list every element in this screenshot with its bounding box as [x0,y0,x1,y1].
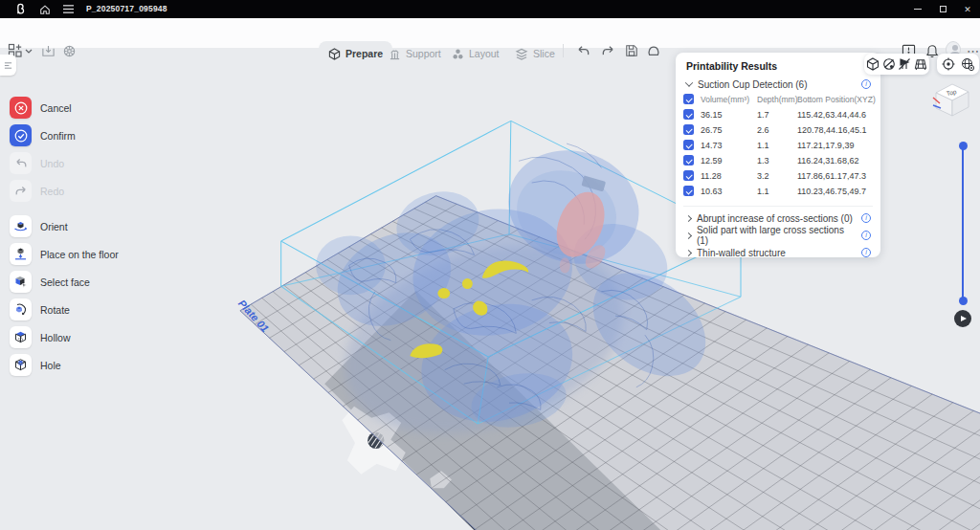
select-all-checkbox[interactable] [683,94,694,104]
cell-depth: 1.1 [757,187,769,196]
rotate-icon [10,298,32,320]
close-button[interactable]: ✕ [955,0,980,18]
orient-button[interactable]: Orient [10,215,68,237]
panel-divider [683,206,873,207]
minimize-button[interactable] [905,0,930,18]
hole-icon [10,354,32,376]
dome-icon[interactable] [646,43,661,58]
cell-depth: 2.6 [757,125,769,135]
undo-button[interactable] [575,43,590,58]
rotate-button[interactable]: Rotate [10,298,70,320]
cell-position: 117.21,17.9,39 [797,141,854,150]
cell-position: 116.24,31.68,62 [797,156,858,166]
hollow-icon [10,326,32,348]
info-icon[interactable]: i [861,231,871,240]
select-face-button[interactable]: Select face [10,271,90,293]
redo-button[interactable] [600,43,615,58]
cell-position: 110.23,46.75,49.7 [797,187,866,196]
titlebar: P_20250717_095948 ✕ [0,0,980,18]
row-checkbox[interactable] [683,140,694,150]
toolbar-divider [563,44,564,57]
clip-view-icon[interactable] [882,57,896,71]
section-thin-walled[interactable]: Thin-walled structure i [686,246,871,259]
col-header-volume: Volume(mm³) [701,95,749,104]
row-checkbox[interactable] [683,186,694,196]
tab-layout[interactable]: Layout [442,41,509,66]
section-suction-cup[interactable]: Suction Cup Detection (6) i [686,77,871,91]
play-button[interactable] [954,310,971,327]
row-checkbox[interactable] [683,124,694,135]
cancel-button[interactable]: Cancel [10,97,72,119]
cell-position: 115.42,63.44,44.6 [797,110,866,120]
cell-depth: 1.3 [757,156,769,166]
redo-rail-button[interactable]: Redo [10,180,64,202]
cell-volume: 11.28 [701,171,722,181]
printability-panel: Printability Results Suction Cup Detecti… [676,53,880,257]
app-logo [10,0,31,18]
chevron-down-icon[interactable] [24,43,33,58]
cell-volume: 14.73 [701,141,723,150]
row-checkbox[interactable] [683,155,694,166]
layout-icon [452,48,464,60]
confirm-icon [10,124,32,146]
chevron-right-icon [685,232,692,238]
machine-settings-button[interactable] [61,43,77,58]
slider-handle-bottom[interactable] [959,297,968,305]
hole-button[interactable]: Hole [10,354,61,376]
cell-position: 117.86,61.17,47.3 [797,171,866,181]
redo-icon [10,180,32,202]
info-icon[interactable]: i [861,248,871,257]
prepare-icon [328,48,341,60]
place-on-floor-icon [10,243,32,265]
section-solid-part[interactable]: Solid part with large cross sections (1)… [686,229,871,242]
cell-depth: 3.2 [757,171,769,181]
confirm-button[interactable]: Confirm [10,124,76,146]
cube-view-icon[interactable] [866,57,880,71]
slice-icon [515,48,528,60]
maximize-button[interactable] [930,0,955,18]
network-settings-icon[interactable] [961,57,974,71]
tab-slice[interactable]: Slice [505,41,565,66]
hide-supports-icon[interactable] [898,57,911,71]
cell-position: 120.78,44.16,45.1 [797,125,867,135]
undo-icon [10,152,32,174]
cell-volume: 12.59 [701,156,723,166]
project-title: P_20250717_095948 [86,0,167,18]
cell-volume: 26.75 [701,125,723,135]
chevron-down-icon [685,78,693,86]
hollow-button[interactable]: Hollow [10,326,71,348]
cancel-icon [10,97,32,119]
view-tools-pill [937,54,979,75]
collapse-rail-tab[interactable] [0,55,16,76]
panel-toggle-icon [4,61,12,70]
view-options-pill [864,54,929,75]
panel-title: Printability Results [686,60,777,72]
home-button[interactable] [34,0,56,18]
view-cube[interactable]: Top [928,78,974,122]
show-platform-icon[interactable] [914,58,927,71]
chevron-right-icon [685,214,692,221]
slider-handle-top[interactable] [959,142,968,150]
focus-target-icon[interactable] [942,57,955,71]
project-list-button[interactable] [57,0,78,18]
info-icon[interactable]: i [861,213,871,223]
col-header-position: Bottom Position(XYZ) [797,95,876,104]
cell-depth: 1.1 [757,141,769,150]
row-checkbox[interactable] [683,109,694,120]
orient-icon [10,215,32,237]
place-on-floor-button[interactable]: Place on the floor [10,243,119,265]
undo-rail-button[interactable]: Undo [10,152,64,174]
cell-volume: 10.63 [701,187,723,196]
import-button[interactable] [40,43,56,58]
cell-depth: 1.7 [757,110,769,120]
save-button[interactable] [624,43,639,58]
section-abrupt-increase[interactable]: Abrupt increase of cross-sections (0) i [686,211,871,225]
info-icon[interactable]: i [861,79,871,89]
row-checkbox[interactable] [683,170,694,181]
tab-support[interactable]: Support [379,41,451,66]
col-header-depth: Depth(mm) [757,95,798,104]
chevron-right-icon [685,249,692,255]
cell-volume: 36.15 [701,110,723,120]
layer-slider[interactable] [962,146,964,300]
support-icon [389,48,401,60]
